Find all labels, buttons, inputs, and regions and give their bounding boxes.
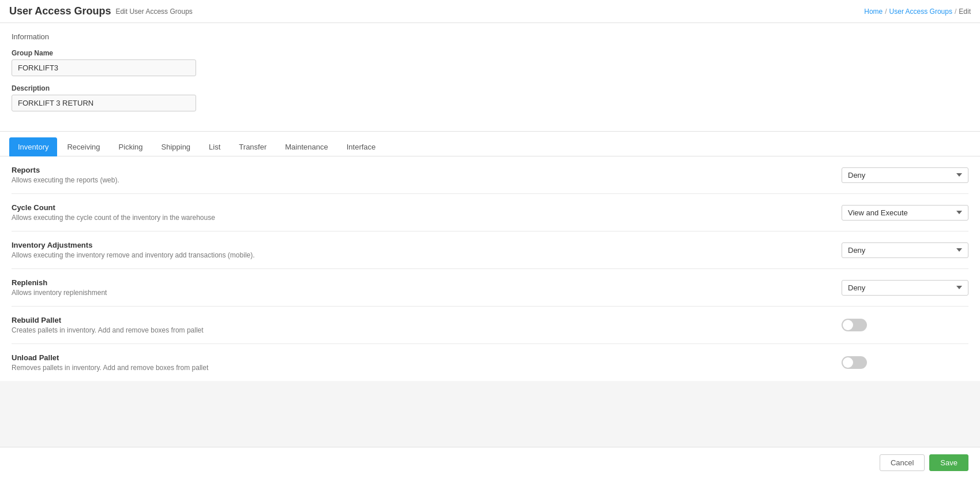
permission-row-inventory-adjustments: Inventory AdjustmentsAllows executing th… xyxy=(12,231,968,269)
description-input[interactable] xyxy=(12,95,196,111)
tab-maintenance[interactable]: Maintenance xyxy=(276,137,336,156)
permission-info-replenish: ReplenishAllows inventory replenishment xyxy=(12,278,830,297)
breadcrumb-home[interactable]: Home xyxy=(864,8,883,16)
permission-control-unload-pallet xyxy=(842,356,968,369)
info-section-label: Information xyxy=(12,32,968,41)
permission-toggle-unload-pallet[interactable] xyxy=(842,356,867,369)
permission-desc-cycle-count: Allows executing the cycle count of the … xyxy=(12,214,830,222)
permission-toggle-rebuild-pallet[interactable] xyxy=(842,319,867,331)
permission-name-replenish: Replenish xyxy=(12,278,830,287)
breadcrumb-sep2: / xyxy=(955,8,956,16)
breadcrumb-sep1: / xyxy=(885,8,887,16)
cancel-button[interactable]: Cancel xyxy=(880,454,925,471)
tab-interface[interactable]: Interface xyxy=(338,137,385,156)
permission-name-inventory-adjustments: Inventory Adjustments xyxy=(12,241,830,249)
permission-desc-rebuild-pallet: Creates pallets in inventory. Add and re… xyxy=(12,326,830,334)
permission-row-reports: ReportsAllows executing the reports (web… xyxy=(12,156,968,194)
info-section: Information Group Name Description xyxy=(0,23,980,132)
main-content: Information Group Name Description Inven… xyxy=(0,23,980,381)
permission-control-inventory-adjustments: DenyViewView and Execute xyxy=(842,242,968,258)
permission-info-rebuild-pallet: Rebuild PalletCreates pallets in invento… xyxy=(12,316,830,334)
permission-row-unload-pallet: Unload PalletRemoves pallets in inventor… xyxy=(12,344,968,381)
breadcrumb-current: Edit xyxy=(959,8,971,16)
permission-row-rebuild-pallet: Rebuild PalletCreates pallets in invento… xyxy=(12,307,968,344)
page-header: User Access Groups Edit User Access Grou… xyxy=(0,0,980,23)
permission-name-unload-pallet: Unload Pallet xyxy=(12,353,830,362)
group-name-field: Group Name xyxy=(12,49,968,76)
permission-row-replenish: ReplenishAllows inventory replenishmentD… xyxy=(12,269,968,307)
tab-receiving[interactable]: Receiving xyxy=(58,137,108,156)
tab-inventory[interactable]: Inventory xyxy=(9,137,57,156)
group-name-label: Group Name xyxy=(12,49,968,57)
permission-name-reports: Reports xyxy=(12,166,830,174)
tab-picking[interactable]: Picking xyxy=(110,137,152,156)
permission-select-inventory-adjustments[interactable]: DenyViewView and Execute xyxy=(842,242,968,258)
permission-info-cycle-count: Cycle CountAllows executing the cycle co… xyxy=(12,203,830,222)
permission-info-unload-pallet: Unload PalletRemoves pallets in inventor… xyxy=(12,353,830,372)
description-label: Description xyxy=(12,84,968,92)
permission-info-inventory-adjustments: Inventory AdjustmentsAllows executing th… xyxy=(12,241,830,259)
permission-control-replenish: DenyViewView and Execute xyxy=(842,280,968,296)
permission-desc-reports: Allows executing the reports (web). xyxy=(12,176,830,184)
permission-select-cycle-count[interactable]: DenyViewView and Execute xyxy=(842,205,968,221)
permission-control-cycle-count: DenyViewView and Execute xyxy=(842,205,968,221)
permission-control-rebuild-pallet xyxy=(842,319,968,331)
tab-transfer[interactable]: Transfer xyxy=(230,137,275,156)
group-name-input[interactable] xyxy=(12,59,196,76)
toggle-slider-unload-pallet xyxy=(842,356,867,369)
description-field: Description xyxy=(12,84,968,111)
breadcrumb-section[interactable]: User Access Groups xyxy=(889,8,952,16)
permission-select-reports[interactable]: DenyViewView and Execute xyxy=(842,167,968,183)
footer-bar: Cancel Save xyxy=(0,447,980,478)
tab-list[interactable]: List xyxy=(200,137,229,156)
permission-row-cycle-count: Cycle CountAllows executing the cycle co… xyxy=(12,194,968,231)
permission-desc-unload-pallet: Removes pallets in inventory. Add and re… xyxy=(12,364,830,372)
permission-info-reports: ReportsAllows executing the reports (web… xyxy=(12,166,830,184)
permission-desc-inventory-adjustments: Allows executing the inventory remove an… xyxy=(12,251,830,259)
permission-name-cycle-count: Cycle Count xyxy=(12,203,830,212)
permission-select-replenish[interactable]: DenyViewView and Execute xyxy=(842,280,968,296)
page-subtitle: Edit User Access Groups xyxy=(115,8,192,16)
tab-shipping[interactable]: Shipping xyxy=(153,137,200,156)
page-title: User Access Groups xyxy=(9,5,111,17)
toggle-slider-rebuild-pallet xyxy=(842,319,867,331)
permissions-section: ReportsAllows executing the reports (web… xyxy=(0,156,980,381)
permission-desc-replenish: Allows inventory replenishment xyxy=(12,289,830,297)
permission-name-rebuild-pallet: Rebuild Pallet xyxy=(12,316,830,324)
permission-control-reports: DenyViewView and Execute xyxy=(842,167,968,183)
tabs-bar: InventoryReceivingPickingShippingListTra… xyxy=(0,132,980,156)
breadcrumb: Home / User Access Groups / Edit xyxy=(864,8,971,16)
save-button[interactable]: Save xyxy=(929,454,968,471)
